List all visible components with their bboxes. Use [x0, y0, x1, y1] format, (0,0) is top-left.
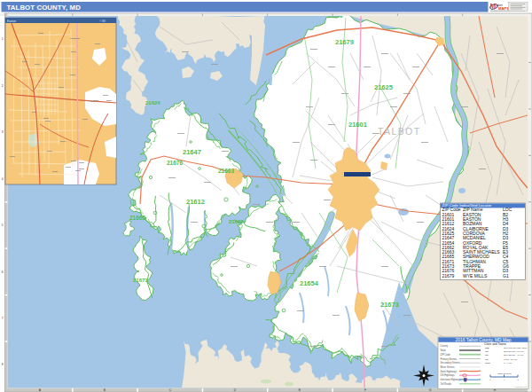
- svg-text:5: 5: [2, 223, 4, 227]
- svg-text:Easton: Easton: [7, 20, 16, 23]
- svg-text:3: 3: [2, 130, 4, 134]
- svg-text:21662: 21662: [229, 219, 244, 224]
- svg-text:© MarketMAPS: © MarketMAPS: [513, 386, 528, 388]
- svg-text:4: 4: [2, 177, 4, 181]
- svg-text:21665: 21665: [129, 215, 145, 221]
- svg-text:City: City: [485, 358, 489, 361]
- svg-text:Over 100,000 and Above: Over 100,000 and Above: [504, 347, 528, 349]
- svg-text:21671: 21671: [133, 278, 148, 283]
- svg-text:Over 25,000 - 49,999: Over 25,000 - 49,999: [504, 354, 524, 357]
- svg-text:1,000 - 24,999: 1,000 - 24,999: [504, 358, 518, 361]
- svg-text:F: F: [364, 388, 366, 392]
- svg-text:21601: 21601: [348, 121, 367, 129]
- svg-text:Over 50,000 - 99,999: Over 50,000 - 99,999: [504, 350, 524, 353]
- svg-text:Cities and Towns: Cities and Towns: [484, 342, 506, 346]
- svg-text:US Highways: US Highways: [441, 373, 456, 377]
- svg-text:21679: 21679: [442, 273, 455, 278]
- svg-text:21654: 21654: [300, 279, 319, 287]
- svg-text:21647: 21647: [183, 148, 201, 156]
- svg-text:Scale of Miles: Scale of Miles: [498, 372, 512, 375]
- svg-text:© MM: © MM: [99, 20, 106, 23]
- svg-text:Interstate Highways: Interstate Highways: [441, 378, 462, 381]
- svg-text:County: County: [441, 344, 449, 348]
- svg-text:Toll Roads: Toll Roads: [441, 382, 452, 386]
- svg-text:6: 6: [2, 270, 4, 274]
- svg-text:G: G: [429, 388, 432, 392]
- svg-text:21663: 21663: [218, 168, 234, 174]
- svg-text:MAPS: MAPS: [498, 6, 509, 11]
- svg-text:Primary Streets: Primary Streets: [441, 357, 458, 361]
- svg-text:City: City: [485, 350, 489, 353]
- svg-text:Secondary Streets: Secondary Streets: [441, 361, 461, 365]
- svg-text:21676: 21676: [167, 160, 183, 166]
- svg-text:7: 7: [2, 317, 4, 320]
- svg-text:Minor Streets: Minor Streets: [441, 365, 456, 369]
- svg-text:21673: 21673: [380, 301, 399, 309]
- svg-text:WYE MILLS: WYE MILLS: [463, 273, 488, 278]
- svg-text:Town: Town: [485, 362, 490, 365]
- svg-text:State Highways: State Highways: [441, 370, 458, 373]
- svg-text:City: City: [485, 354, 489, 357]
- svg-text:G1: G1: [503, 273, 509, 278]
- svg-text:21679: 21679: [335, 38, 354, 46]
- svg-text:21624: 21624: [145, 100, 160, 106]
- svg-text:21625: 21625: [374, 83, 393, 91]
- svg-text:21612: 21612: [186, 198, 205, 206]
- svg-text:2: 2: [2, 84, 4, 88]
- svg-text:ZIP Code: ZIP Code: [441, 353, 451, 357]
- svg-text:8: 8: [2, 363, 4, 366]
- svg-text:City: City: [485, 347, 489, 349]
- svg-text:0 - 4,999: 0 - 4,999: [504, 362, 512, 365]
- svg-text:TALBOT COUNTY, MD: TALBOT COUNTY, MD: [7, 4, 82, 12]
- svg-text:TALBOT: TALBOT: [378, 126, 420, 137]
- svg-text:1: 1: [2, 37, 4, 41]
- svg-text:State: State: [441, 349, 447, 352]
